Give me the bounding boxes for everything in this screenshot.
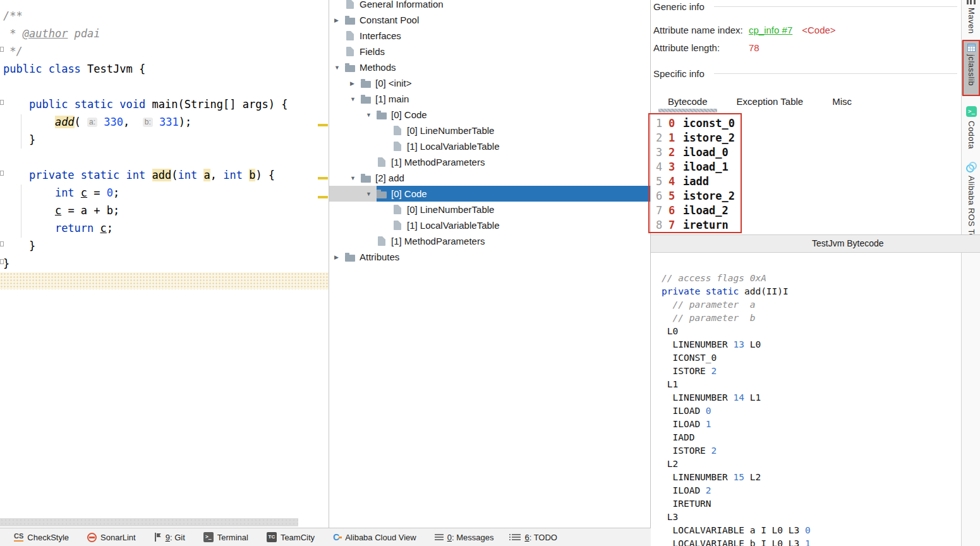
status-bar: CSCheckStyleSonarLint9: Git>_TerminalTCT… — [0, 528, 651, 546]
generic-info-heading: Generic info — [653, 1, 960, 12]
tree-item[interactable]: Fields — [329, 44, 650, 59]
tab-exception-table[interactable]: Exception Table — [727, 94, 813, 112]
tab-misc[interactable]: Misc — [823, 94, 861, 112]
code-line: return c; — [3, 219, 329, 237]
cp-info-link[interactable]: cp_info #7 — [749, 25, 792, 35]
subpanel-header[interactable]: TestJvm Bytecode — [651, 234, 980, 253]
tree-item-label: [0] Code — [391, 188, 427, 199]
code-line: int c = 0; — [3, 184, 329, 202]
bytecode-row[interactable]: 32iload_0 — [656, 145, 735, 160]
tree-item[interactable]: [1] LocalVariableTable — [329, 217, 650, 233]
git-flag-icon — [154, 533, 162, 542]
tool-button-codota[interactable]: Codota — [967, 121, 976, 149]
status-item-sonarlint[interactable]: SonarLint — [87, 533, 136, 542]
fold-marker[interactable] — [0, 47, 4, 52]
tree-item[interactable]: Interfaces — [329, 28, 650, 44]
status-item-messages[interactable]: 0: Messages — [435, 533, 494, 542]
tree-item[interactable]: ▼[0] Code — [329, 107, 650, 123]
chevron-open-icon[interactable]: ▼ — [349, 96, 361, 102]
status-item-alibaba-cloud-view[interactable]: CAlibaba Cloud View — [333, 533, 416, 542]
tree-item-label: [0] LineNumberTable — [407, 204, 494, 215]
tree-item-label: [0] LineNumberTable — [407, 125, 494, 136]
error-stripe-mark[interactable] — [318, 196, 328, 198]
bytecode-text-line: ILOAD 2 — [662, 484, 960, 497]
status-item-checkstyle[interactable]: CSCheckStyle — [14, 533, 69, 542]
chevron-open-icon[interactable]: ▼ — [365, 112, 377, 118]
status-item-label: SonarLint — [100, 533, 136, 542]
codota-icon: >_ — [966, 106, 977, 117]
tree-item[interactable]: ▼[2] add — [329, 170, 650, 186]
tree-item-label: Constant Pool — [360, 15, 419, 25]
fold-marker[interactable] — [0, 259, 4, 264]
tree-item-label: Attributes — [360, 252, 399, 262]
bytecode-row[interactable]: 54iadd — [656, 174, 735, 189]
document-icon — [394, 221, 401, 230]
attribute-length-label: Attribute length: — [653, 42, 749, 53]
bytecode-text-line: L1 — [662, 378, 960, 391]
code-line: add( a: 330, b: 331); — [3, 113, 329, 131]
chevron-open-icon[interactable]: ▼ — [365, 191, 377, 197]
alibaba-ros-icon — [966, 162, 977, 172]
bytecode-text-line: ILOAD 1 — [662, 418, 960, 431]
code-line — [3, 78, 329, 95]
status-item-label: 0: Messages — [447, 533, 494, 542]
fold-marker[interactable] — [0, 100, 4, 105]
horizontal-scrollbar[interactable] — [0, 518, 298, 526]
tree-item[interactable]: ▼[0] Code — [329, 186, 650, 202]
error-stripe-mark[interactable] — [318, 177, 328, 179]
bytecode-row[interactable]: 10iconst_0 — [656, 116, 735, 131]
fold-marker[interactable] — [0, 241, 4, 246]
document-icon — [394, 205, 401, 214]
tool-button-alibaba-ros[interactable]: Alibaba ROS Te — [967, 176, 976, 238]
bytecode-text-line: LINENUMBER 15 L2 — [662, 471, 960, 484]
tree-item-label: Methods — [360, 62, 396, 73]
folder-icon — [345, 255, 355, 262]
tab-bytecode[interactable]: Bytecode — [658, 94, 717, 112]
tree-item-label: General Information — [360, 0, 444, 9]
chevron-closed-icon[interactable]: ▶ — [333, 17, 345, 23]
bytecode-text-line: IADD — [662, 431, 960, 444]
tree-item[interactable]: General Information — [329, 0, 650, 12]
chevron-open-icon[interactable]: ▼ — [333, 64, 345, 71]
bytecode-text-line: LOCALVARIABLE b I L0 L3 1 — [662, 537, 960, 546]
tree-item[interactable]: ▶Attributes — [329, 249, 650, 265]
tree-rows: General Information▶Constant PoolInterfa… — [329, 0, 650, 265]
folder-icon — [377, 112, 387, 119]
tree-item-label: Fields — [360, 46, 385, 57]
tool-button-maven[interactable]: Maven — [967, 8, 976, 34]
bytecode-row[interactable]: 43iload_1 — [656, 160, 735, 174]
status-item-todo[interactable]: 6: TODO — [512, 533, 557, 542]
chevron-closed-icon[interactable]: ▶ — [333, 254, 345, 260]
status-item-git[interactable]: 9: Git — [154, 533, 185, 542]
bytecode-row[interactable]: 65istore_2 — [656, 189, 735, 203]
status-item-teamcity[interactable]: TCTeamCity — [267, 532, 315, 542]
tree-item[interactable]: [0] LineNumberTable — [329, 123, 650, 138]
bytecode-text-line: ICONST_0 — [662, 351, 960, 365]
tree-item[interactable]: [0] LineNumberTable — [329, 202, 650, 217]
tool-button-jclasslib[interactable]: jclasslib — [962, 40, 980, 95]
code-line: } — [3, 131, 329, 149]
tree-item[interactable]: ▶Constant Pool — [329, 12, 650, 28]
bytecode-instruction: iload_0 — [683, 145, 729, 160]
chevron-open-icon[interactable]: ▼ — [349, 175, 361, 181]
code-editor[interactable]: /** * @author pdai */public class TestJv… — [0, 0, 329, 528]
tree-item[interactable]: [1] LocalVariableTable — [329, 138, 650, 154]
generic-info-title: Generic info — [653, 1, 705, 12]
tree-item[interactable]: ▶[0] <init> — [329, 75, 650, 91]
status-item-terminal[interactable]: >_Terminal — [203, 532, 248, 542]
tree-item[interactable]: [1] MethodParameters — [329, 233, 650, 249]
bytecode-row[interactable]: 21istore_2 — [656, 131, 735, 145]
bytecode-row[interactable]: 76iload_2 — [656, 203, 735, 218]
error-stripe-mark[interactable] — [318, 124, 328, 126]
tree-item[interactable]: ▼Methods — [329, 59, 650, 75]
fold-marker[interactable] — [0, 171, 4, 176]
bytecode-text-line: // access flags 0xA — [662, 272, 960, 285]
bytecode-text-line: ISTORE 2 — [662, 365, 960, 378]
jclasslib-icon — [967, 44, 976, 52]
chevron-closed-icon[interactable]: ▶ — [349, 80, 361, 87]
tree-item[interactable]: ▼[1] main — [329, 91, 650, 107]
tree-item[interactable]: [1] MethodParameters — [329, 154, 650, 170]
bytecode-row[interactable]: 87ireturn — [656, 218, 735, 233]
tree-item-label: Interfaces — [360, 30, 401, 41]
bytecode-line-number: 6 — [656, 189, 663, 203]
